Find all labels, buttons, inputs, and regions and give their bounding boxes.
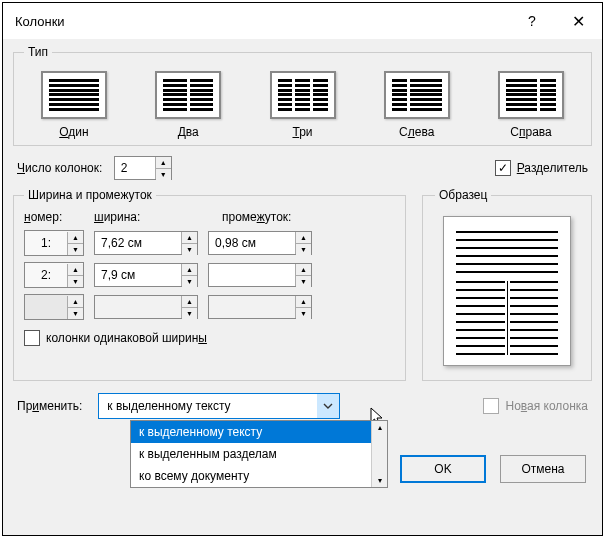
- gap-spinner-2[interactable]: ▲▼: [208, 263, 312, 287]
- type-three[interactable]: Три: [253, 67, 353, 139]
- chevron-up-icon[interactable]: ▲: [296, 232, 311, 244]
- ok-button[interactable]: OK: [400, 455, 486, 483]
- chevron-down-icon[interactable]: ▼: [296, 276, 311, 287]
- help-button[interactable]: ?: [510, 13, 554, 29]
- left-column-icon: [384, 71, 450, 119]
- row-number: 2:▲▼: [24, 262, 84, 288]
- width-header: ширина:: [94, 210, 212, 224]
- dropdown-option[interactable]: к выделенному тексту: [131, 421, 387, 443]
- chevron-up-icon[interactable]: ▲: [68, 264, 83, 276]
- chevron-up-icon[interactable]: ▲: [156, 157, 171, 169]
- number-header: номер:: [24, 210, 84, 224]
- apply-to-dropdown[interactable]: к выделенному тексту к выделенным раздел…: [130, 420, 388, 488]
- chevron-down-icon[interactable]: ▼: [68, 244, 83, 255]
- chevron-down-icon[interactable]: ▼: [156, 169, 171, 180]
- width-spacing-group: Ширина и промежуток номер: ширина: проме…: [13, 188, 406, 381]
- chevron-up-icon[interactable]: ▲: [68, 232, 83, 244]
- type-group: Тип Один Два Три Слева: [13, 45, 592, 146]
- dropdown-scrollbar[interactable]: ▴▾: [371, 421, 387, 487]
- gap-spinner-empty: ▲▼: [208, 295, 312, 319]
- column-count-input[interactable]: [115, 157, 155, 179]
- chevron-down-icon[interactable]: [317, 394, 339, 418]
- column-count-spinner[interactable]: ▲▼: [114, 156, 172, 180]
- row-number: 1:▲▼: [24, 230, 84, 256]
- width-spinner-1[interactable]: ▲▼: [94, 231, 198, 255]
- chevron-down-icon: ▼: [296, 308, 311, 319]
- chevron-down-icon[interactable]: ▼: [68, 276, 83, 287]
- chevron-down-icon[interactable]: ▾: [372, 474, 387, 487]
- chevron-down-icon: ▼: [182, 308, 197, 319]
- one-column-icon: [41, 71, 107, 119]
- chevron-down-icon[interactable]: ▼: [296, 244, 311, 255]
- separator-checkbox[interactable]: ✓ Разделитель: [495, 160, 588, 176]
- chevron-up-icon[interactable]: ▲: [296, 264, 311, 276]
- chevron-up-icon: ▲: [296, 296, 311, 308]
- gap-spinner-1[interactable]: ▲▼: [208, 231, 312, 255]
- row-number-empty: ▲▼: [24, 294, 84, 320]
- type-one[interactable]: Один: [24, 67, 124, 139]
- chevron-up-icon: ▲: [68, 296, 83, 308]
- titlebar: Колонки ? ✕: [3, 3, 602, 39]
- column-count-label: Число колонок:: [17, 161, 102, 175]
- close-button[interactable]: ✕: [554, 12, 602, 31]
- width-spinner-2[interactable]: ▲▼: [94, 263, 198, 287]
- dropdown-option[interactable]: ко всему документу: [131, 465, 387, 487]
- chevron-up-icon[interactable]: ▲: [182, 232, 197, 244]
- type-left[interactable]: Слева: [367, 67, 467, 139]
- chevron-down-icon: ▼: [68, 308, 83, 319]
- chevron-up-icon[interactable]: ▴: [372, 421, 387, 434]
- three-column-icon: [270, 71, 336, 119]
- preview-group: Образец: [422, 188, 592, 381]
- type-two[interactable]: Два: [138, 67, 238, 139]
- columns-dialog: Колонки ? ✕ Тип Один Два Три: [2, 2, 603, 536]
- two-column-icon: [155, 71, 221, 119]
- cancel-button[interactable]: Отмена: [500, 455, 586, 483]
- new-column-checkbox: Новая колонка: [483, 398, 588, 414]
- width-legend: Ширина и промежуток: [24, 188, 156, 202]
- type-right[interactable]: Справа: [481, 67, 581, 139]
- chevron-down-icon[interactable]: ▼: [182, 276, 197, 287]
- chevron-up-icon[interactable]: ▲: [182, 264, 197, 276]
- preview-page-icon: [443, 216, 571, 366]
- dropdown-option[interactable]: к выделенным разделам: [131, 443, 387, 465]
- width-spinner-empty: ▲▼: [94, 295, 198, 319]
- equal-width-checkbox[interactable]: колонки одинаковой ширины: [24, 330, 395, 346]
- type-legend: Тип: [24, 45, 52, 59]
- preview-legend: Образец: [435, 188, 491, 202]
- chevron-up-icon: ▲: [182, 296, 197, 308]
- apply-to-label: Применить:: [17, 399, 82, 413]
- dialog-title: Колонки: [15, 14, 510, 29]
- spacing-header: промежуток:: [222, 210, 340, 224]
- apply-to-combobox[interactable]: к выделенному тексту: [98, 393, 340, 419]
- right-column-icon: [498, 71, 564, 119]
- checkmark-icon: ✓: [495, 160, 511, 176]
- chevron-down-icon[interactable]: ▼: [182, 244, 197, 255]
